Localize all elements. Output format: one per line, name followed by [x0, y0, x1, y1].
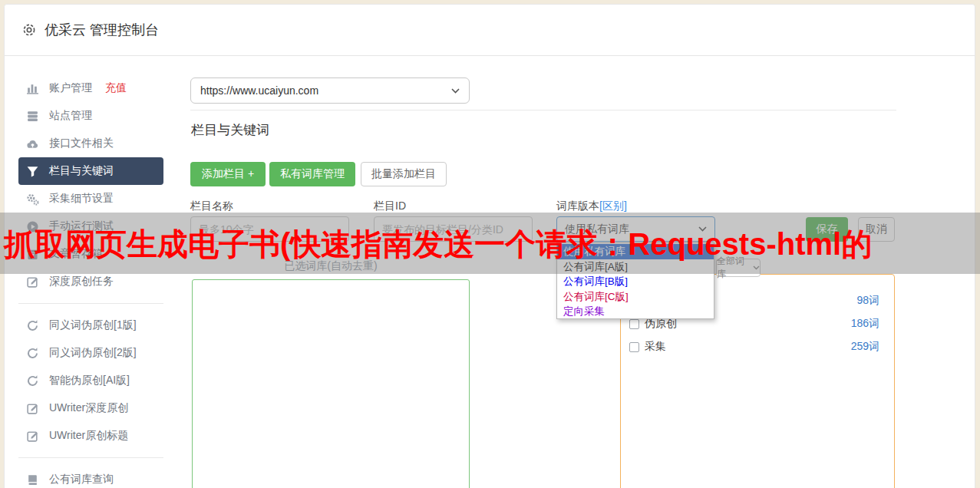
sidebar-item-label: 公有词库查询 — [49, 473, 114, 486]
batch-add-button[interactable]: 批量添加栏目 — [361, 162, 447, 186]
watermark-text: 抓取网页生成电子书(快速指南发送一个请求：Requests-html的 — [4, 213, 872, 274]
edit-icon — [26, 430, 39, 443]
app-title: 优采云 管理控制台 — [45, 21, 159, 39]
word-count: 186词 — [851, 317, 879, 331]
site-select[interactable]: https://www.ucaiyun.com — [190, 77, 470, 104]
checkbox[interactable] — [629, 319, 639, 329]
sidebar-item-label: 同义词伪原创[1版] — [49, 318, 137, 332]
page-title: 栏目与关键词 — [191, 121, 269, 139]
dropdown-option[interactable]: 定向采集 — [557, 304, 714, 319]
refresh-icon — [26, 347, 39, 360]
sidebar-item[interactable]: 公有词库查询 — [18, 466, 163, 488]
cloud-upload-icon — [26, 137, 39, 150]
sidebar-item[interactable]: 接口文件相关 — [18, 130, 163, 157]
refresh-icon — [26, 319, 39, 332]
sidebar-item[interactable]: UWriter深度原创 — [18, 394, 163, 422]
sidebar-item[interactable]: 同义词伪原创[1版] — [18, 312, 163, 339]
sidebar-item-label: 采集细节设置 — [49, 192, 114, 206]
sidebar-item[interactable]: 账户管理充值 — [18, 74, 163, 102]
private-thesaurus-button[interactable]: 私有词库管理 — [269, 162, 355, 186]
dropdown-option[interactable]: 公有词库[C版] — [557, 289, 714, 305]
sidebar-item-label: UWriter深度原创 — [49, 401, 128, 415]
app-root: 优采云 管理控制台 账户管理充值站点管理接口文件相关栏目与关键词采集细节设置手动… — [0, 0, 980, 488]
sidebar: 账户管理充值站点管理接口文件相关栏目与关键词采集细节设置手动运行测试文章暂存箱深… — [18, 74, 163, 488]
sidebar-item-label: 同义词伪原创[2版] — [49, 346, 137, 360]
edit-icon — [26, 402, 39, 415]
column-id-label: 栏目ID — [374, 199, 406, 213]
sidebar-item-label: 接口文件相关 — [49, 137, 114, 150]
column-name-label: 栏目名称 — [190, 199, 233, 213]
recharge-badge[interactable]: 充值 — [105, 81, 127, 95]
thesaurus-row-label: 采集 — [645, 340, 666, 354]
checkbox[interactable] — [629, 342, 639, 352]
sidebar-item[interactable]: 站点管理 — [18, 102, 163, 130]
gear-icon — [21, 22, 37, 38]
version-diff-link[interactable]: [区别] — [599, 199, 627, 212]
sidebar-item-label: 栏目与关键词 — [49, 164, 114, 178]
thesaurus-row: 采集259词 — [629, 338, 879, 356]
add-column-button[interactable]: 添加栏目 + — [190, 162, 266, 186]
site-select-value: https://www.ucaiyun.com — [200, 84, 318, 97]
sidebar-item[interactable]: 采集细节设置 — [18, 185, 163, 213]
sidebar-item[interactable]: 栏目与关键词 — [18, 157, 163, 185]
sidebar-divider — [18, 457, 163, 458]
word-count: 98词 — [856, 294, 879, 308]
watermark-overlay: 抓取网页生成电子书(快速指南发送一个请求：Requests-html的 — [0, 213, 980, 274]
sidebar-item-label: UWriter原创标题 — [49, 429, 128, 443]
sidebar-item-label: 深度原创任务 — [49, 275, 114, 289]
bar-chart-icon — [26, 82, 39, 95]
edit-icon — [26, 275, 39, 289]
dropdown-option[interactable]: 公有词库[B版] — [557, 274, 714, 289]
chevron-down-icon — [451, 88, 460, 94]
divider — [190, 110, 896, 110]
app-header: 优采云 管理控制台 — [5, 5, 975, 56]
filter-icon — [26, 165, 39, 178]
server-icon — [26, 110, 39, 123]
version-label: 词库版本[区别] — [556, 199, 627, 213]
sidebar-item-label: 站点管理 — [49, 109, 92, 123]
selected-thesaurus-box[interactable] — [192, 279, 470, 488]
refresh-icon — [26, 374, 39, 387]
sidebar-item[interactable]: 智能伪原创[AI版] — [18, 367, 163, 394]
sidebar-item-label: 智能伪原创[AI版] — [49, 374, 130, 387]
gears-icon — [26, 193, 39, 206]
word-count: 259词 — [851, 340, 879, 354]
sidebar-divider — [18, 303, 163, 304]
sidebar-item[interactable]: 同义词伪原创[2版] — [18, 339, 163, 367]
book-icon — [26, 473, 39, 486]
sidebar-item[interactable]: UWriter原创标题 — [18, 422, 163, 450]
sidebar-item-label: 账户管理 — [49, 81, 92, 95]
